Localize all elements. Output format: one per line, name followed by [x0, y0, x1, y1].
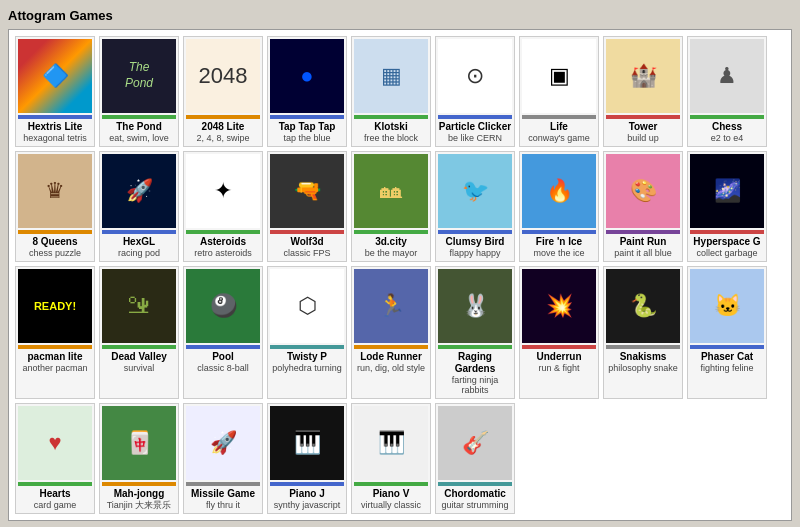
game-subtitle-snakisms: philosophy snake — [608, 363, 678, 374]
game-card-underrun[interactable]: 💥Underrunrun & fight — [519, 266, 599, 400]
game-title-raging: Raging Gardens — [438, 351, 512, 375]
game-title-mahjongg: Mah-jongg — [114, 488, 165, 500]
game-thumb-firenice: 🔥 — [522, 154, 596, 228]
game-subtitle-deadvalley: survival — [124, 363, 155, 374]
game-subtitle-missile: fly thru it — [206, 500, 240, 511]
game-bar-raging — [438, 345, 512, 349]
game-title-underrun: Underrun — [537, 351, 582, 363]
game-subtitle-2048: 2, 4, 8, swipe — [196, 133, 249, 144]
game-card-snakisms[interactable]: 🐍Snakismsphilosophy snake — [603, 266, 683, 400]
game-card-clumsy[interactable]: 🐦Clumsy Birdflappy happy — [435, 151, 515, 262]
game-title-clumsy: Clumsy Bird — [446, 236, 505, 248]
game-subtitle-tower: build up — [627, 133, 659, 144]
game-title-pacman: pacman lite — [27, 351, 82, 363]
game-card-life[interactable]: ▣Lifeconway's game — [519, 36, 599, 147]
game-bar-paintrun — [606, 230, 680, 234]
game-subtitle-wolf3d: classic FPS — [283, 248, 330, 259]
game-card-paintrun[interactable]: 🎨Paint Runpaint it all blue — [603, 151, 683, 262]
game-thumb-tower: 🏰 — [606, 39, 680, 113]
game-title-chess: Chess — [712, 121, 742, 133]
game-subtitle-chordomatic: guitar strumming — [441, 500, 508, 511]
game-card-wolf3d[interactable]: 🔫Wolf3dclassic FPS — [267, 151, 347, 262]
game-card-klotski[interactable]: ▦Klotskifree the block — [351, 36, 431, 147]
game-title-loderunner: Lode Runner — [360, 351, 422, 363]
game-bar-8queens — [18, 230, 92, 234]
game-card-asteroids[interactable]: ✦Asteroidsretro asteroids — [183, 151, 263, 262]
game-subtitle-pacman: another pacman — [22, 363, 87, 374]
game-bar-missile — [186, 482, 260, 486]
game-title-chordomatic: Chordomatic — [444, 488, 506, 500]
games-grid: 🔷Hextris Litehexagonal tetrisThePondThe … — [8, 29, 792, 521]
game-thumb-mahjongg: 🀄 — [102, 406, 176, 480]
game-title-klotski: Klotski — [374, 121, 407, 133]
game-title-deadvalley: Dead Valley — [111, 351, 167, 363]
game-title-particle: Particle Clicker — [439, 121, 511, 133]
game-bar-hexgl — [102, 230, 176, 234]
game-thumb-pacman: READY! — [18, 269, 92, 343]
game-card-pool[interactable]: 🎱Poolclassic 8-ball — [183, 266, 263, 400]
game-subtitle-klotski: free the block — [364, 133, 418, 144]
game-thumb-pianов: 🎹 — [354, 406, 428, 480]
game-card-tower[interactable]: 🏰Towerbuild up — [603, 36, 683, 147]
game-subtitle-mahjongg: Tianjin 大来景乐 — [107, 500, 172, 511]
game-title-3dcity: 3d.city — [375, 236, 407, 248]
game-subtitle-firenice: move the ice — [533, 248, 584, 259]
game-thumb-snakisms: 🐍 — [606, 269, 680, 343]
game-card-pond[interactable]: ThePondThe Pondeat, swim, love — [99, 36, 179, 147]
game-subtitle-hyperspace: collect garbage — [696, 248, 757, 259]
game-thumb-asteroids: ✦ — [186, 154, 260, 228]
game-card-hexgl[interactable]: 🚀HexGLracing pod — [99, 151, 179, 262]
game-subtitle-pianов: virtually classic — [361, 500, 421, 511]
game-card-taptap[interactable]: ●Tap Tap Taptap the blue — [267, 36, 347, 147]
game-card-missile[interactable]: 🚀Missile Gamefly thru it — [183, 403, 263, 514]
game-thumb-pond: ThePond — [102, 39, 176, 113]
game-bar-asteroids — [186, 230, 260, 234]
game-card-chordomatic[interactable]: 🎸Chordomaticguitar strumming — [435, 403, 515, 514]
game-card-8queens[interactable]: ♛8 Queenschess puzzle — [15, 151, 95, 262]
game-title-hexgl: HexGL — [123, 236, 155, 248]
game-thumb-life: ▣ — [522, 39, 596, 113]
game-bar-pool — [186, 345, 260, 349]
game-card-hextris[interactable]: 🔷Hextris Litehexagonal tetris — [15, 36, 95, 147]
game-card-3dcity[interactable]: 🏘3d.citybe the mayor — [351, 151, 431, 262]
game-bar-particle — [438, 115, 512, 119]
game-subtitle-raging: farting ninja rabbits — [438, 375, 512, 397]
game-bar-pond — [102, 115, 176, 119]
game-title-life: Life — [550, 121, 568, 133]
game-bar-loderunner — [354, 345, 428, 349]
game-title-hextris: Hextris Lite — [28, 121, 82, 133]
game-card-particle[interactable]: ⊙Particle Clickerbe like CERN — [435, 36, 515, 147]
game-card-pianов[interactable]: 🎹Piano Vvirtually classic — [351, 403, 431, 514]
game-card-phasercat[interactable]: 🐱Phaser Catfighting feline — [687, 266, 767, 400]
page-title: Attogram Games — [8, 8, 792, 23]
game-bar-firenice — [522, 230, 596, 234]
game-card-raging[interactable]: 🐰Raging Gardensfarting ninja rabbits — [435, 266, 515, 400]
game-title-hearts: Hearts — [39, 488, 70, 500]
game-card-deadvalley[interactable]: 🏜Dead Valleysurvival — [99, 266, 179, 400]
game-subtitle-underrun: run & fight — [538, 363, 579, 374]
game-card-firenice[interactable]: 🔥Fire 'n Icemove the ice — [519, 151, 599, 262]
game-thumb-hextris: 🔷 — [18, 39, 92, 113]
game-card-hearts[interactable]: ♥Heartscard game — [15, 403, 95, 514]
game-card-mahjongg[interactable]: 🀄Mah-jonggTianjin 大来景乐 — [99, 403, 179, 514]
game-card-chess[interactable]: ♟Chesse2 to e4 — [687, 36, 767, 147]
game-card-loderunner[interactable]: 🏃Lode Runnerrun, dig, old style — [351, 266, 431, 400]
game-subtitle-hexgl: racing pod — [118, 248, 160, 259]
game-subtitle-asteroids: retro asteroids — [194, 248, 252, 259]
game-bar-chess — [690, 115, 764, 119]
game-bar-deadvalley — [102, 345, 176, 349]
game-thumb-loderunner: 🏃 — [354, 269, 428, 343]
game-card-pacman[interactable]: READY!pacman liteanother pacman — [15, 266, 95, 400]
game-subtitle-hearts: card game — [34, 500, 77, 511]
game-bar-klotski — [354, 115, 428, 119]
game-title-twisty: Twisty P — [287, 351, 327, 363]
game-card-2048[interactable]: 20482048 Lite2, 4, 8, swipe — [183, 36, 263, 147]
game-card-pianoj[interactable]: 🎹Piano Jsynthy javascript — [267, 403, 347, 514]
game-card-twisty[interactable]: ⬡Twisty Ppolyhedra turning — [267, 266, 347, 400]
game-subtitle-loderunner: run, dig, old style — [357, 363, 425, 374]
game-thumb-taptap: ● — [270, 39, 344, 113]
game-bar-chordomatic — [438, 482, 512, 486]
game-card-hyperspace[interactable]: 🌌Hyperspace Gcollect garbage — [687, 151, 767, 262]
game-bar-2048 — [186, 115, 260, 119]
game-bar-underrun — [522, 345, 596, 349]
